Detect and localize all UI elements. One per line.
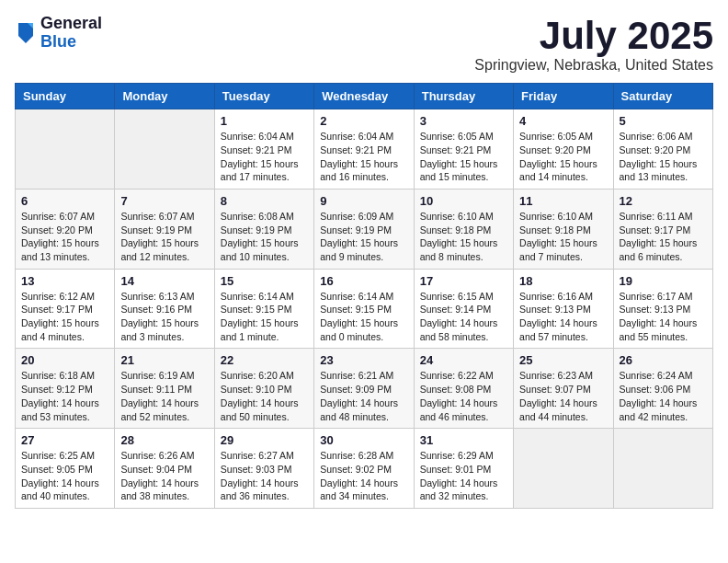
title-block: July 2025 Springview, Nebraska, United S…	[474, 15, 713, 74]
column-header-sunday: Sunday	[16, 84, 115, 109]
day-number: 11	[519, 194, 607, 208]
calendar-cell: 2Sunrise: 6:04 AM Sunset: 9:21 PM Daylig…	[314, 109, 414, 190]
calendar-cell	[16, 109, 115, 190]
calendar-cell: 5Sunrise: 6:06 AM Sunset: 9:20 PM Daylig…	[613, 109, 712, 190]
day-number: 21	[120, 353, 208, 367]
calendar-cell: 21Sunrise: 6:19 AM Sunset: 9:11 PM Dayli…	[115, 349, 214, 429]
day-info: Sunrise: 6:05 AM Sunset: 9:21 PM Dayligh…	[420, 130, 507, 184]
day-info: Sunrise: 6:12 AM Sunset: 9:17 PM Dayligh…	[21, 290, 108, 344]
day-number: 24	[420, 353, 507, 367]
calendar-cell: 18Sunrise: 6:16 AM Sunset: 9:13 PM Dayli…	[514, 269, 613, 349]
day-info: Sunrise: 6:18 AM Sunset: 9:12 PM Dayligh…	[21, 369, 108, 423]
calendar-cell	[613, 429, 712, 509]
logo: General Blue	[15, 15, 102, 52]
month-title: July 2025	[474, 15, 713, 57]
day-info: Sunrise: 6:29 AM Sunset: 9:01 PM Dayligh…	[420, 449, 507, 503]
day-info: Sunrise: 6:14 AM Sunset: 9:15 PM Dayligh…	[221, 290, 308, 344]
column-header-wednesday: Wednesday	[314, 84, 414, 109]
calendar-cell: 16Sunrise: 6:14 AM Sunset: 9:15 PM Dayli…	[314, 269, 414, 349]
calendar-cell: 19Sunrise: 6:17 AM Sunset: 9:13 PM Dayli…	[613, 269, 712, 349]
calendar-week-row: 20Sunrise: 6:18 AM Sunset: 9:12 PM Dayli…	[16, 349, 713, 429]
day-info: Sunrise: 6:04 AM Sunset: 9:21 PM Dayligh…	[320, 130, 407, 184]
day-number: 10	[420, 194, 507, 208]
calendar-cell: 28Sunrise: 6:26 AM Sunset: 9:04 PM Dayli…	[115, 429, 214, 509]
calendar-cell: 3Sunrise: 6:05 AM Sunset: 9:21 PM Daylig…	[414, 109, 513, 190]
day-number: 14	[120, 274, 208, 288]
day-info: Sunrise: 6:20 AM Sunset: 9:10 PM Dayligh…	[221, 369, 308, 423]
calendar-cell: 15Sunrise: 6:14 AM Sunset: 9:15 PM Dayli…	[214, 269, 313, 349]
calendar-cell: 31Sunrise: 6:29 AM Sunset: 9:01 PM Dayli…	[414, 429, 513, 509]
day-info: Sunrise: 6:23 AM Sunset: 9:07 PM Dayligh…	[519, 369, 607, 423]
day-info: Sunrise: 6:04 AM Sunset: 9:21 PM Dayligh…	[221, 130, 308, 184]
location: Springview, Nebraska, United States	[474, 57, 713, 74]
calendar-week-row: 27Sunrise: 6:25 AM Sunset: 9:05 PM Dayli…	[16, 429, 713, 509]
day-number: 1	[221, 114, 308, 128]
calendar-cell: 11Sunrise: 6:10 AM Sunset: 9:18 PM Dayli…	[514, 189, 613, 269]
logo-blue: Blue	[40, 33, 102, 52]
calendar-cell: 29Sunrise: 6:27 AM Sunset: 9:03 PM Dayli…	[214, 429, 313, 509]
day-info: Sunrise: 6:26 AM Sunset: 9:04 PM Dayligh…	[120, 449, 208, 503]
calendar-cell: 14Sunrise: 6:13 AM Sunset: 9:16 PM Dayli…	[115, 269, 214, 349]
calendar-cell: 27Sunrise: 6:25 AM Sunset: 9:05 PM Dayli…	[16, 429, 115, 509]
calendar-cell: 8Sunrise: 6:08 AM Sunset: 9:19 PM Daylig…	[214, 189, 313, 269]
day-info: Sunrise: 6:14 AM Sunset: 9:15 PM Dayligh…	[320, 290, 407, 344]
day-number: 16	[320, 274, 407, 288]
day-number: 7	[120, 194, 208, 208]
day-number: 22	[221, 353, 308, 367]
day-info: Sunrise: 6:27 AM Sunset: 9:03 PM Dayligh…	[221, 449, 308, 503]
calendar-cell: 6Sunrise: 6:07 AM Sunset: 9:20 PM Daylig…	[16, 189, 115, 269]
day-info: Sunrise: 6:17 AM Sunset: 9:13 PM Dayligh…	[620, 290, 707, 344]
calendar-cell: 30Sunrise: 6:28 AM Sunset: 9:02 PM Dayli…	[314, 429, 414, 509]
day-number: 18	[519, 274, 607, 288]
logo-text: General Blue	[40, 15, 102, 52]
day-number: 17	[420, 274, 507, 288]
calendar-cell: 22Sunrise: 6:20 AM Sunset: 9:10 PM Dayli…	[214, 349, 313, 429]
calendar-header-row: SundayMondayTuesdayWednesdayThursdayFrid…	[16, 84, 713, 109]
day-info: Sunrise: 6:10 AM Sunset: 9:18 PM Dayligh…	[420, 210, 507, 264]
day-number: 28	[120, 433, 208, 447]
day-number: 31	[420, 433, 507, 447]
day-number: 23	[320, 353, 407, 367]
day-info: Sunrise: 6:22 AM Sunset: 9:08 PM Dayligh…	[420, 369, 507, 423]
day-number: 19	[620, 274, 707, 288]
day-info: Sunrise: 6:13 AM Sunset: 9:16 PM Dayligh…	[120, 290, 208, 344]
column-header-saturday: Saturday	[613, 84, 712, 109]
calendar-cell: 10Sunrise: 6:10 AM Sunset: 9:18 PM Dayli…	[414, 189, 513, 269]
day-info: Sunrise: 6:15 AM Sunset: 9:14 PM Dayligh…	[420, 290, 507, 344]
calendar-cell: 12Sunrise: 6:11 AM Sunset: 9:17 PM Dayli…	[613, 189, 712, 269]
day-number: 2	[320, 114, 407, 128]
column-header-thursday: Thursday	[414, 84, 513, 109]
day-info: Sunrise: 6:07 AM Sunset: 9:20 PM Dayligh…	[21, 210, 108, 264]
calendar-cell: 25Sunrise: 6:23 AM Sunset: 9:07 PM Dayli…	[514, 349, 613, 429]
day-number: 15	[221, 274, 308, 288]
day-number: 20	[21, 353, 108, 367]
page-header: General Blue July 2025 Springview, Nebra…	[15, 15, 713, 74]
calendar: SundayMondayTuesdayWednesdayThursdayFrid…	[15, 83, 713, 509]
column-header-tuesday: Tuesday	[214, 84, 313, 109]
day-number: 13	[21, 274, 108, 288]
day-number: 12	[620, 194, 707, 208]
day-number: 26	[620, 353, 707, 367]
day-info: Sunrise: 6:25 AM Sunset: 9:05 PM Dayligh…	[21, 449, 108, 503]
calendar-week-row: 1Sunrise: 6:04 AM Sunset: 9:21 PM Daylig…	[16, 109, 713, 190]
day-number: 8	[221, 194, 308, 208]
day-number: 3	[420, 114, 507, 128]
day-number: 4	[519, 114, 607, 128]
day-info: Sunrise: 6:10 AM Sunset: 9:18 PM Dayligh…	[519, 210, 607, 264]
day-number: 9	[320, 194, 407, 208]
day-info: Sunrise: 6:08 AM Sunset: 9:19 PM Dayligh…	[221, 210, 308, 264]
calendar-cell: 7Sunrise: 6:07 AM Sunset: 9:19 PM Daylig…	[115, 189, 214, 269]
calendar-cell: 9Sunrise: 6:09 AM Sunset: 9:19 PM Daylig…	[314, 189, 414, 269]
calendar-cell: 4Sunrise: 6:05 AM Sunset: 9:20 PM Daylig…	[514, 109, 613, 190]
day-number: 29	[221, 433, 308, 447]
calendar-cell: 26Sunrise: 6:24 AM Sunset: 9:06 PM Dayli…	[613, 349, 712, 429]
day-info: Sunrise: 6:28 AM Sunset: 9:02 PM Dayligh…	[320, 449, 407, 503]
calendar-cell	[115, 109, 214, 190]
day-info: Sunrise: 6:11 AM Sunset: 9:17 PM Dayligh…	[620, 210, 707, 264]
logo-general: General	[40, 15, 102, 33]
day-number: 6	[21, 194, 108, 208]
day-info: Sunrise: 6:09 AM Sunset: 9:19 PM Dayligh…	[320, 210, 407, 264]
column-header-friday: Friday	[514, 84, 613, 109]
calendar-cell: 1Sunrise: 6:04 AM Sunset: 9:21 PM Daylig…	[214, 109, 313, 190]
day-info: Sunrise: 6:19 AM Sunset: 9:11 PM Dayligh…	[120, 369, 208, 423]
